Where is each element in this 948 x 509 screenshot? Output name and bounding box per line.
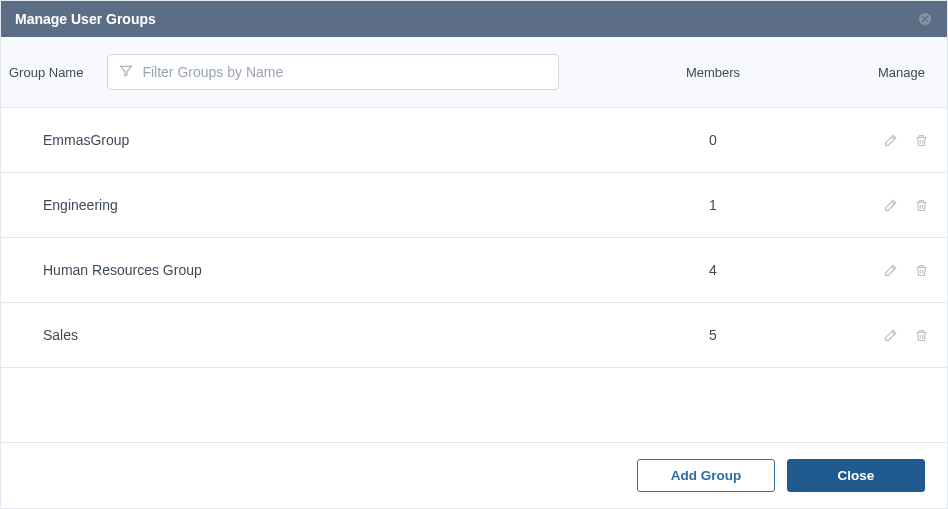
group-members-count: 5: [633, 327, 793, 343]
group-name: Engineering: [43, 197, 633, 213]
table-row: Sales5: [1, 303, 947, 368]
filter-icon: [118, 63, 134, 82]
group-members-count: 4: [633, 262, 793, 278]
group-name: Human Resources Group: [43, 262, 633, 278]
column-header-name: Group Name: [9, 65, 97, 80]
modal-footer: Add Group Close: [1, 442, 947, 508]
trash-icon[interactable]: [913, 327, 929, 343]
group-members-count: 1: [633, 197, 793, 213]
filter-group: [107, 54, 559, 90]
trash-icon[interactable]: [913, 132, 929, 148]
filter-input[interactable]: [134, 64, 548, 80]
modal-header: Manage User Groups: [1, 1, 947, 37]
group-name: Sales: [43, 327, 633, 343]
group-name: EmmasGroup: [43, 132, 633, 148]
edit-icon[interactable]: [883, 132, 899, 148]
group-members-count: 0: [633, 132, 793, 148]
manage-user-groups-modal: Manage User Groups Group Name Members Ma…: [0, 0, 948, 509]
close-icon[interactable]: [917, 11, 933, 27]
column-header-members: Members: [633, 65, 793, 80]
table-row: Human Resources Group4: [1, 238, 947, 303]
add-group-button[interactable]: Add Group: [637, 459, 775, 492]
table-row: EmmasGroup0: [1, 108, 947, 173]
column-header-manage: Manage: [793, 65, 933, 80]
trash-icon[interactable]: [913, 262, 929, 278]
edit-icon[interactable]: [883, 327, 899, 343]
table-row: Engineering1: [1, 173, 947, 238]
trash-icon[interactable]: [913, 197, 929, 213]
edit-icon[interactable]: [883, 197, 899, 213]
table-header: Group Name Members Manage: [1, 37, 947, 108]
edit-icon[interactable]: [883, 262, 899, 278]
modal-title: Manage User Groups: [15, 11, 156, 27]
close-button[interactable]: Close: [787, 459, 925, 492]
groups-list: EmmasGroup0Engineering1Human Resources G…: [1, 108, 947, 442]
